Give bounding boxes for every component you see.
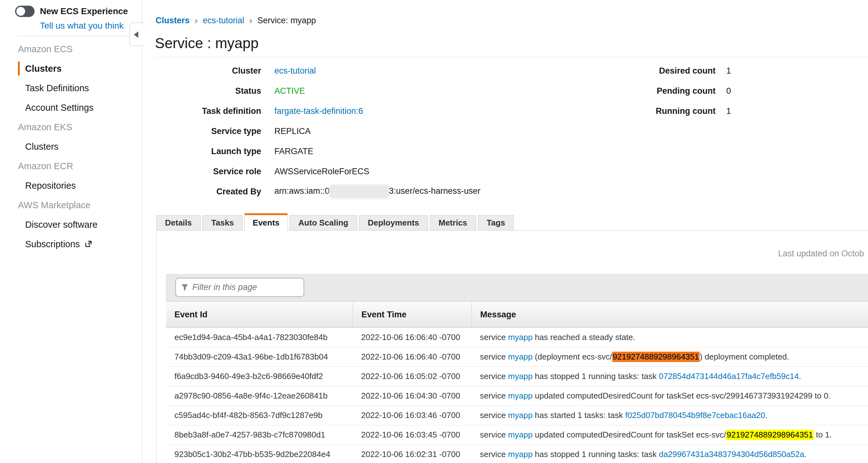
sidebar-item-amazon-ecs-task-definitions[interactable]: Task Definitions (0, 78, 142, 98)
detail-value-task-definition[interactable]: fargate-task-definition:6 (274, 106, 363, 116)
message-text: service (480, 332, 508, 342)
detail-label: Task definition (156, 106, 261, 116)
message-text: service (480, 372, 508, 381)
detail-row-service-role: Service roleAWSServiceRoleForECS (156, 161, 868, 181)
message-link[interactable]: myapp (508, 430, 533, 440)
message-text: has started 1 tasks: task (533, 410, 625, 420)
detail-label: Launch type (156, 147, 261, 156)
message-link[interactable]: myapp (508, 372, 533, 381)
detail-row-created-by: Created Byarn:aws:iam::03:user/ecs-harne… (156, 181, 868, 202)
breadcrumb-chevron-icon: › (249, 15, 252, 26)
message-text: service (480, 391, 508, 401)
detail-label: Pending count (646, 86, 716, 96)
tab-tasks[interactable]: Tasks (203, 215, 243, 231)
event-id: f6a9cdb3-9460-49e3-b2c6-98669e40fdf2 (166, 367, 352, 386)
sidebar-collapse-button[interactable] (129, 23, 144, 46)
detail-value-pending-count: 0 (726, 86, 731, 96)
message-link[interactable]: myapp (508, 450, 533, 459)
last-updated-text: Last updated on Octob (778, 249, 864, 259)
sidebar-item-aws-marketplace-discover-software[interactable]: Discover software (0, 215, 142, 234)
event-time: 2022-10-06 16:03:45 -0700 (352, 425, 471, 444)
sidebar-item-label: Clusters (25, 142, 58, 152)
collapse-left-icon (134, 31, 138, 38)
created-by-suffix: 3:user/ecs-harness-user (389, 186, 480, 196)
sidebar-item-label: Clusters (25, 63, 62, 74)
event-message: service myapp (deployment ecs-svc/921927… (471, 347, 868, 367)
event-row: c595ad4c-bf4f-482b-8563-7df9c1287e9b2022… (166, 406, 868, 425)
sidebar-item-label: Task Definitions (25, 83, 89, 93)
detail-label: Running count (646, 106, 716, 116)
event-message: service myapp has started 1 tasks: task … (471, 406, 868, 425)
detail-value-created-by: arn:aws:iam::03:user/ecs-harness-user (274, 186, 480, 197)
sidebar-item-amazon-ecr-repositories[interactable]: Repositories (0, 176, 142, 195)
message-link[interactable]: 072854d473144d46a17fa4c7efb59c14 (659, 372, 799, 381)
detail-row-task-definition: Task definitionfargate-task-definition:6 (156, 101, 868, 121)
feedback-link[interactable]: Tell us what you think (40, 21, 142, 31)
message-link[interactable]: myapp (508, 352, 533, 362)
message-link[interactable]: myapp (508, 410, 533, 420)
event-id: 74bb3d09-c209-43a1-96be-1db1f6783b04 (166, 347, 352, 367)
detail-value-running-count: 1 (726, 106, 731, 116)
new-ecs-experience-toggle[interactable] (15, 6, 35, 17)
message-highlight: 9219274889298964351 (726, 430, 814, 440)
breadcrumb-service-myapp: Service: myapp (257, 16, 316, 26)
event-time: 2022-10-06 16:06:40 -0700 (352, 328, 471, 347)
event-message: service myapp updated computedDesiredCou… (471, 386, 868, 405)
event-id: ec9e1d94-9aca-45b4-a4a1-7823030fe84b (166, 328, 352, 347)
sidebar: New ECS Experience Tell us what you thin… (0, 0, 142, 463)
breadcrumb-chevron-icon: › (194, 15, 198, 26)
message-text: to 1. (814, 430, 832, 440)
filter-funnel-icon (181, 284, 189, 291)
detail-value-cluster[interactable]: ecs-tutorial (274, 66, 316, 76)
event-message: service myapp has stopped 1 running task… (471, 445, 868, 463)
sidebar-item-amazon-ecs-account-settings[interactable]: Account Settings (0, 98, 142, 117)
message-text: . (804, 450, 806, 459)
nav-section-aws-marketplace: AWS Marketplace (0, 195, 142, 215)
event-time: 2022-10-06 16:05:02 -0700 (352, 367, 471, 386)
sidebar-nav: Amazon ECSClustersTask DefinitionsAccoun… (0, 39, 142, 254)
event-row: 923b05c1-30b2-47bb-b535-9d2be22084e42022… (166, 445, 868, 463)
filter-input[interactable] (192, 278, 304, 296)
event-id: a2978c90-0856-4a8e-9f4c-12eae260841b (166, 386, 352, 405)
event-message: service myapp has stopped 1 running task… (471, 367, 868, 386)
column-header-event-id: Event Id (166, 302, 352, 327)
details-left-column: Clusterecs-tutorialStatusACTIVETask defi… (156, 61, 868, 202)
events-panel: Last updated on Octob Event IdEvent Time… (156, 230, 868, 463)
message-text: . (799, 372, 801, 381)
detail-value-status: ACTIVE (274, 86, 305, 96)
tab-metrics[interactable]: Metrics (430, 215, 476, 231)
breadcrumb-ecs-tutorial[interactable]: ecs-tutorial (203, 16, 244, 26)
sidebar-item-aws-marketplace-subscriptions[interactable]: Subscriptions (0, 234, 142, 254)
sidebar-item-amazon-ecs-clusters[interactable]: Clusters (0, 59, 142, 78)
message-link[interactable]: da29967431a3483794304d56d850a52a (659, 450, 804, 459)
detail-row-service-type: Service typeREPLICA (156, 121, 868, 141)
tab-deployments[interactable]: Deployments (359, 215, 428, 231)
events-toolbar (166, 274, 868, 301)
message-link[interactable]: myapp (508, 332, 533, 342)
sidebar-item-label: Account Settings (25, 103, 94, 113)
page-title: Service : myapp (155, 35, 259, 52)
service-details: Clusterecs-tutorialStatusACTIVETask defi… (156, 61, 868, 202)
tab-tags[interactable]: Tags (478, 215, 514, 231)
event-row: 8beb3a8f-a0e7-4257-983b-c7fc870980d12022… (166, 425, 868, 445)
event-message: service myapp has reached a steady state… (471, 328, 868, 347)
tab-auto-scaling[interactable]: Auto Scaling (289, 215, 357, 231)
event-row: f6a9cdb3-9460-49e3-b2c6-98669e40fdf22022… (166, 367, 868, 386)
event-row: a2978c90-0856-4a8e-9f4c-12eae260841b2022… (166, 386, 868, 406)
detail-label: Service role (156, 167, 261, 176)
detail-row-status: StatusACTIVE (156, 81, 868, 101)
event-time: 2022-10-06 16:04:30 -0700 (352, 386, 471, 405)
detail-row-desired-count: Desired count1 (646, 61, 731, 81)
sidebar-item-label: Repositories (25, 180, 76, 191)
detail-value-desired-count: 1 (726, 66, 731, 76)
detail-label: Desired count (646, 66, 716, 76)
message-link[interactable]: f025d07bd780454b9f8e7cebac16aa20 (625, 410, 765, 420)
breadcrumb-clusters[interactable]: Clusters (156, 16, 189, 26)
tab-details[interactable]: Details (156, 215, 200, 231)
events-table-body: ec9e1d94-9aca-45b4-a4a1-7823030fe84b2022… (166, 328, 868, 463)
event-row: 74bb3d09-c209-43a1-96be-1db1f6783b042022… (166, 347, 868, 367)
message-link[interactable]: myapp (508, 391, 533, 401)
tab-events[interactable]: Events (245, 213, 287, 231)
message-text: updated computedDesiredCount for taskSet… (533, 430, 726, 440)
sidebar-item-amazon-eks-clusters[interactable]: Clusters (0, 137, 142, 156)
